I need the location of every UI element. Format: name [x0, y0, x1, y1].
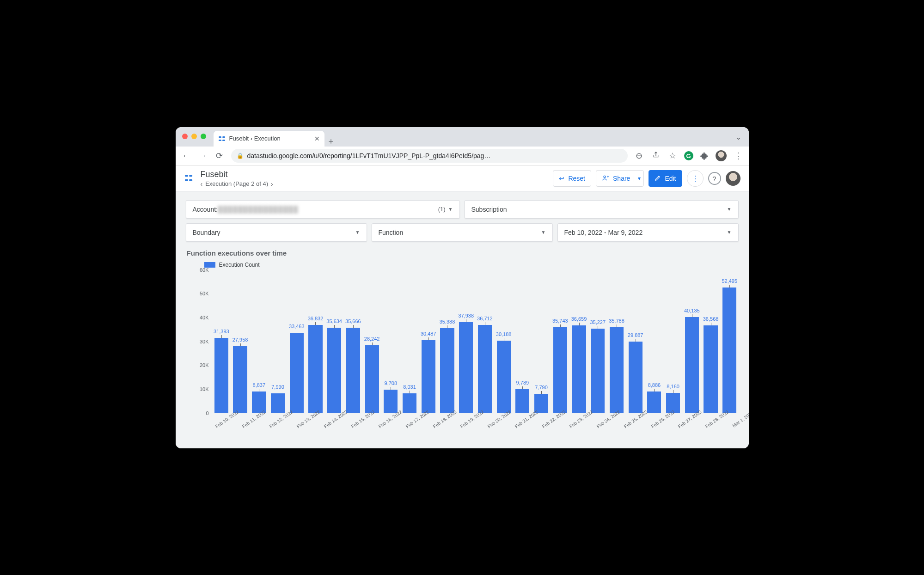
bar-value-label: 36,659	[571, 316, 587, 322]
bar[interactable]: 8,031	[403, 393, 416, 412]
bar[interactable]: 35,666	[346, 328, 360, 413]
bar-column: 30,188	[495, 270, 513, 413]
new-tab-button[interactable]: ＋	[324, 135, 337, 147]
bookmark-star-icon[interactable]: ☆	[667, 151, 678, 161]
lock-icon: 🔒	[237, 153, 244, 159]
browser-window: Fusebit › Execution ✕ ＋ ⌄ ← → ⟳ 🔒 datast…	[176, 127, 749, 448]
bar-value-label: 7,790	[535, 385, 548, 390]
bar-value-label: 36,712	[477, 316, 493, 321]
bar-column: 27,958	[231, 270, 249, 413]
account-value-redacted: ████████████████	[218, 206, 299, 213]
bar[interactable]: 37,938	[459, 322, 473, 412]
svg-point-8	[604, 176, 606, 177]
extensions-icon[interactable]	[700, 151, 709, 160]
account-count: (1)	[438, 206, 446, 213]
share-page-icon[interactable]	[651, 151, 661, 161]
bar-column: 36,659	[570, 270, 588, 413]
account-label: Account:	[193, 206, 218, 213]
bar[interactable]: 40,135	[685, 317, 699, 413]
profile-avatar[interactable]	[716, 150, 727, 161]
back-button[interactable]: ←	[181, 151, 191, 161]
bar-value-label: 8,031	[403, 384, 416, 390]
share-button[interactable]: Share ▾	[596, 170, 644, 187]
zoom-icon[interactable]: ⊖	[634, 151, 644, 161]
bar[interactable]: 9,708	[384, 390, 398, 413]
bar-value-label: 8,886	[648, 382, 661, 388]
close-window-icon[interactable]	[182, 134, 188, 139]
more-options-button[interactable]: ⋮	[687, 170, 704, 187]
tab-title: Fusebit › Execution	[229, 135, 281, 142]
breadcrumb: ‹ Execution (Page 2 of 4) ›	[201, 180, 273, 188]
bar[interactable]: 27,958	[233, 346, 247, 413]
close-tab-icon[interactable]: ✕	[314, 135, 320, 142]
browser-tab[interactable]: Fusebit › Execution ✕	[214, 131, 324, 147]
bar-value-label: 35,788	[609, 318, 624, 324]
address-bar[interactable]: 🔒 datastudio.google.com/u/0/reporting/1L…	[231, 149, 628, 163]
browser-menu-icon[interactable]: ⋮	[733, 151, 743, 161]
browser-tabstrip: Fusebit › Execution ✕ ＋ ⌄	[176, 127, 749, 147]
bar[interactable]: 35,788	[610, 327, 624, 412]
bar[interactable]: 8,886	[647, 391, 661, 413]
bar-column: 8,837	[250, 270, 268, 413]
boundary-filter[interactable]: Boundary ▼	[186, 223, 367, 242]
bar[interactable]: 35,634	[327, 328, 341, 413]
chart-title: Function executions over time	[187, 249, 739, 257]
breadcrumb-label: Execution (Page 2 of 4)	[205, 180, 268, 187]
reset-button[interactable]: ↩ Reset	[553, 170, 591, 187]
edit-button[interactable]: Edit	[649, 170, 682, 187]
next-page-chevron-icon[interactable]: ›	[271, 180, 273, 188]
grammarly-extension-icon[interactable]: G	[684, 151, 693, 160]
legend-label: Execution Count	[219, 262, 260, 268]
account-filter[interactable]: Account: ████████████████ (1) ▼	[186, 200, 460, 219]
bar-column: 35,388	[438, 270, 456, 413]
user-avatar[interactable]	[726, 171, 740, 186]
svg-rect-6	[184, 179, 188, 181]
bar[interactable]: 9,789	[515, 389, 529, 412]
edit-label: Edit	[665, 175, 676, 182]
prev-page-chevron-icon[interactable]: ‹	[201, 180, 203, 188]
function-filter[interactable]: Function ▼	[372, 223, 553, 242]
bar[interactable]: 28,242	[365, 345, 379, 412]
bar[interactable]: 31,393	[214, 338, 228, 413]
forward-button[interactable]: →	[198, 151, 208, 161]
bar[interactable]: 52,495	[722, 288, 736, 412]
bar[interactable]: 35,743	[553, 327, 567, 412]
bar[interactable]: 35,388	[440, 328, 454, 412]
share-dropdown-icon[interactable]: ▾	[634, 175, 641, 182]
bar-value-label: 8,160	[667, 384, 679, 389]
bar-value-label: 9,789	[516, 380, 529, 385]
reload-button[interactable]: ⟳	[214, 151, 225, 161]
bar-column: 36,568	[702, 270, 720, 413]
bar-value-label: 30,487	[421, 331, 436, 336]
bar-value-label: 35,634	[326, 318, 342, 324]
filter-row-1: Account: ████████████████ (1) ▼ Subscrip…	[186, 200, 739, 219]
plot-area: 31,39327,9588,8377,99033,46336,83235,634…	[213, 270, 739, 413]
bar[interactable]: 33,463	[290, 333, 304, 412]
bar-column: 37,938	[457, 270, 475, 413]
bar[interactable]: 36,832	[308, 325, 322, 413]
y-tick: 10K	[200, 386, 209, 392]
bar-column: 36,712	[476, 270, 494, 413]
date-range-filter[interactable]: Feb 10, 2022 - Mar 9, 2022 ▼	[557, 223, 739, 242]
fullscreen-window-icon[interactable]	[201, 134, 206, 139]
svg-rect-5	[189, 175, 192, 177]
bar-column: 8,886	[645, 270, 663, 413]
bar[interactable]: 36,712	[478, 325, 492, 412]
bar[interactable]: 7,990	[271, 393, 285, 412]
function-label: Function	[379, 229, 404, 236]
bar[interactable]: 30,188	[497, 341, 511, 412]
minimize-window-icon[interactable]	[191, 134, 197, 139]
bar-column: 33,463	[288, 270, 306, 413]
y-tick: 40K	[200, 315, 209, 320]
bar[interactable]: 36,568	[704, 325, 717, 412]
x-tick: Mar 1, 2022	[732, 410, 749, 439]
tab-list-chevron-icon[interactable]: ⌄	[735, 133, 741, 141]
bar[interactable]: 36,659	[572, 325, 586, 413]
bar-column: 9,708	[382, 270, 400, 413]
bar[interactable]: 30,487	[422, 340, 435, 413]
bar[interactable]: 29,887	[629, 342, 643, 413]
help-button[interactable]: ?	[708, 172, 721, 185]
bar[interactable]: 35,227	[591, 329, 605, 412]
chevron-down-icon: ▼	[727, 207, 732, 212]
subscription-filter[interactable]: Subscription ▼	[465, 200, 739, 219]
